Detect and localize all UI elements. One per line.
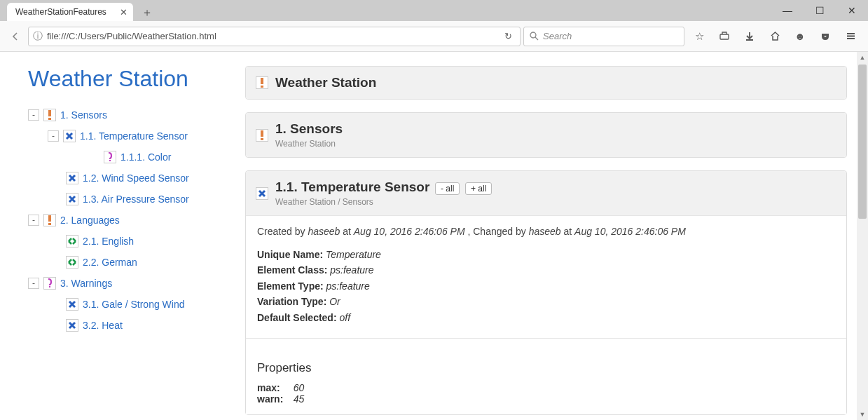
- collapse-all-button[interactable]: - all: [435, 182, 460, 195]
- search-placeholder: Search: [543, 31, 572, 41]
- tree-link[interactable]: 3.2. Heat: [83, 320, 123, 331]
- tree-link[interactable]: 1.3. Air Pressure Sensor: [83, 194, 189, 205]
- attribute-value: ps:feature: [330, 264, 373, 276]
- close-tab-icon[interactable]: ✕: [120, 7, 128, 18]
- svg-rect-8: [261, 86, 263, 88]
- panel-detail-title: 1.1. Temperature Sensor: [275, 179, 429, 194]
- downloads-icon[interactable]: [738, 27, 762, 46]
- svg-rect-7: [261, 78, 263, 84]
- panel-root: Weather Station: [245, 66, 847, 100]
- property-value: 45: [294, 393, 305, 405]
- tree-link[interactable]: 2.2. German: [83, 257, 137, 268]
- tree-row: 1.1.1. Color: [104, 147, 231, 168]
- panel-detail: 1.1. Temperature Sensor - all + all Weat…: [245, 170, 847, 415]
- or-icon: [66, 319, 78, 332]
- property-row: warn: 45: [257, 393, 835, 405]
- svg-rect-3: [48, 110, 51, 116]
- scroll-up-arrow[interactable]: ▲: [857, 52, 868, 63]
- attribute-value: ps:feature: [326, 280, 370, 292]
- attribute-key: Unique Name:: [257, 249, 323, 260]
- alternative-icon: [66, 256, 78, 269]
- search-bar[interactable]: Search: [523, 27, 684, 46]
- tree-toggle[interactable]: -: [28, 215, 39, 226]
- panel-root-title: Weather Station: [275, 75, 376, 90]
- breadcrumb: Weather Station: [275, 139, 343, 149]
- or-icon: [66, 298, 78, 311]
- property-value: 60: [294, 382, 305, 393]
- new-tab-button[interactable]: ＋: [137, 4, 157, 21]
- main-content: Weather Station 1. Sensors Weather Stati…: [245, 66, 847, 406]
- optional-icon: [43, 277, 56, 290]
- property-key: warn:: [257, 393, 288, 405]
- search-icon: [530, 32, 539, 41]
- tree-row: -1.1. Temperature Sensor: [48, 126, 231, 147]
- mandatory-icon: [43, 109, 56, 121]
- property-row: max: 60: [257, 382, 835, 393]
- vertical-scrollbar[interactable]: ▲ ▼: [857, 52, 868, 420]
- maximize-icon[interactable]: ☐: [804, 0, 836, 21]
- pocket-icon[interactable]: [813, 27, 837, 46]
- tree-row: 1.2. Wind Speed Sensor: [66, 168, 231, 189]
- page-info-icon[interactable]: ⓘ: [33, 30, 43, 43]
- expand-all-button[interactable]: + all: [465, 182, 492, 195]
- tree-row: 3.2. Heat: [66, 315, 231, 336]
- tree-toggle[interactable]: -: [28, 278, 39, 289]
- tab-title: WeatherStationFeatures: [15, 7, 106, 17]
- tree-row: -3. Warnings: [28, 273, 231, 294]
- bookmark-star-icon[interactable]: ☆: [687, 27, 711, 46]
- tree-link[interactable]: 1.2. Wind Speed Sensor: [83, 172, 189, 184]
- attribute-row: Element Class: ps:feature: [257, 262, 835, 278]
- tree-toggle[interactable]: -: [28, 109, 39, 121]
- close-window-icon[interactable]: ✕: [836, 0, 868, 21]
- attribute-row: Default Selected: off: [257, 310, 835, 325]
- reload-button[interactable]: ↻: [501, 31, 516, 41]
- tree-row: 2.1. English: [66, 231, 231, 252]
- optional-icon: [104, 151, 116, 163]
- panel-group-title: 1. Sensors: [275, 121, 343, 137]
- home-icon[interactable]: [763, 27, 787, 46]
- minimize-icon[interactable]: —: [771, 0, 804, 21]
- properties-list: max: 60warn: 45: [257, 382, 835, 405]
- tab-strip: WeatherStationFeatures ✕ ＋: [7, 0, 157, 21]
- panel-detail-header: 1.1. Temperature Sensor - all + all Weat…: [246, 171, 846, 215]
- tree-link[interactable]: 1. Sensors: [60, 109, 107, 121]
- attribute-value: Temperature: [326, 249, 381, 260]
- page-content: Weather Station -1. Sensors-1.1. Tempera…: [0, 52, 868, 420]
- attribute-row: Element Type: ps:feature: [257, 278, 835, 294]
- browser-tab[interactable]: WeatherStationFeatures ✕: [7, 3, 133, 21]
- svg-rect-9: [261, 130, 263, 137]
- property-key: max:: [257, 382, 288, 393]
- browser-toolbar: ⓘ file:///C:/Users/Public/WeatherStation…: [0, 21, 868, 52]
- panel-detail-body: Created by haseeb at Aug 10, 2016 2:46:0…: [246, 215, 846, 414]
- attribute-key: Element Type:: [257, 280, 324, 292]
- attribute-key: Element Class:: [257, 264, 327, 276]
- tree-link[interactable]: 3.1. Gale / Strong Wind: [83, 299, 185, 310]
- attribute-row: Unique Name: Temperature: [257, 247, 835, 262]
- url-bar[interactable]: ⓘ file:///C:/Users/Public/WeatherStation…: [28, 27, 521, 46]
- back-button[interactable]: [6, 27, 25, 46]
- attribute-row: Variation Type: Or: [257, 294, 835, 309]
- library-icon[interactable]: [712, 27, 736, 46]
- smiley-icon[interactable]: ☻: [788, 27, 812, 46]
- scrollbar-thumb[interactable]: [858, 65, 867, 219]
- tree-link[interactable]: 2.1. English: [83, 236, 134, 247]
- tree-row: -1. Sensors: [28, 104, 231, 126]
- panel-group: 1. Sensors Weather Station: [245, 112, 847, 158]
- tree-link[interactable]: 1.1. Temperature Sensor: [80, 130, 188, 142]
- tree-link[interactable]: 2. Languages: [60, 215, 120, 226]
- tree-row: 3.1. Gale / Strong Wind: [66, 294, 231, 315]
- svg-rect-2: [720, 34, 729, 39]
- menu-icon[interactable]: [839, 27, 862, 46]
- meta-line: Created by haseeb at Aug 10, 2016 2:46:0…: [257, 226, 835, 237]
- svg-line-1: [535, 37, 538, 40]
- attribute-list: Unique Name: TemperatureElement Class: p…: [257, 247, 835, 325]
- url-text: file:///C:/Users/Public/WeatherStation.h…: [47, 31, 497, 41]
- or-icon: [66, 193, 78, 205]
- tree-link[interactable]: 1.1.1. Color: [120, 151, 171, 163]
- tree-toggle[interactable]: -: [48, 130, 59, 142]
- scroll-down-arrow[interactable]: ▼: [857, 409, 868, 420]
- mandatory-icon: [256, 129, 268, 142]
- tree-link[interactable]: 3. Warnings: [60, 278, 112, 289]
- attribute-key: Variation Type:: [257, 296, 326, 307]
- svg-rect-10: [261, 138, 263, 140]
